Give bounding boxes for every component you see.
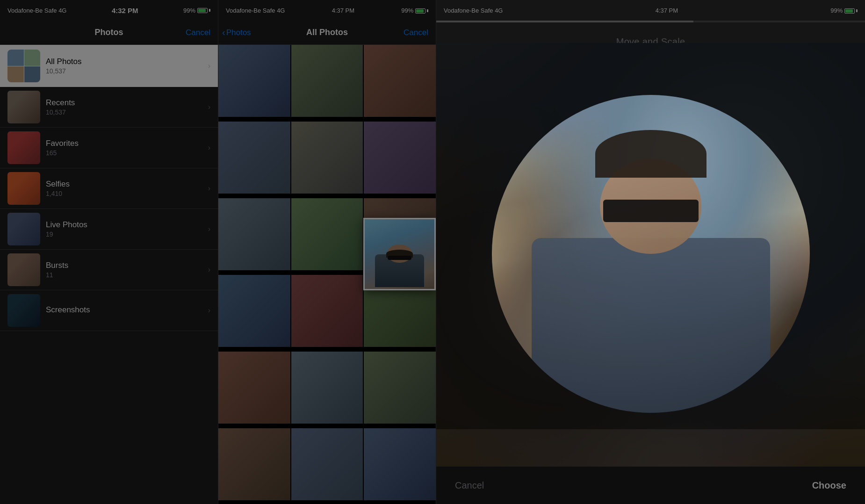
chevron-left-icon: ‹ <box>222 27 225 38</box>
bottom-bar-panel3: Cancel Choose <box>436 467 865 504</box>
grid-cell-13[interactable] <box>218 352 290 424</box>
battery-panel1: 99% <box>183 7 210 14</box>
grid-cell-17[interactable] <box>291 428 363 500</box>
panel-photos-list: Vodafone-Be Safe 4G 4:32 PM 99% Photos C… <box>0 0 218 504</box>
album-row-livephotos[interactable]: Live Photos 19 › <box>0 209 218 250</box>
cancel-button-panel1[interactable]: Cancel <box>186 28 210 37</box>
status-bar-panel3: Vodafone-Be Safe 4G 4:37 PM 99% <box>436 0 865 21</box>
choose-button-panel3[interactable]: Choose <box>812 480 846 491</box>
album-count-recents: 10,537 <box>46 108 202 116</box>
page-title-panel2: All Photos <box>306 28 348 37</box>
grid-cell-10[interactable] <box>218 275 290 347</box>
chevron-selfies: › <box>208 184 210 193</box>
panel-move-scale: Vodafone-Be Safe 4G 4:37 PM 99% Move and… <box>436 0 865 504</box>
photo-grid[interactable] <box>218 45 436 504</box>
album-count-bursts: 11 <box>46 271 202 279</box>
carrier-panel2: Vodafone-Be Safe 4G <box>226 7 285 14</box>
album-title-favorites: Favorites <box>46 139 202 148</box>
page-title-panel1: Photos <box>95 28 123 37</box>
album-title-screenshots: Screenshots <box>46 305 202 315</box>
time-panel3: 4:37 PM <box>656 7 678 14</box>
album-thumb-screenshots <box>7 294 40 327</box>
grid-cell-18[interactable] <box>364 428 436 500</box>
album-title-recents: Recents <box>46 98 202 108</box>
battery-panel2: 99% <box>401 7 428 14</box>
album-row-selfies[interactable]: Selfies 1,410 › <box>0 168 218 209</box>
cancel-button-panel3[interactable]: Cancel <box>455 480 484 491</box>
battery-icon-panel1 <box>197 8 210 13</box>
grid-cell-5[interactable] <box>291 122 363 194</box>
chevron-favorites: › <box>208 144 210 152</box>
selected-photo[interactable] <box>363 218 436 290</box>
all-photos-row[interactable]: All Photos 10,537 › <box>0 45 218 87</box>
album-row-screenshots[interactable]: Screenshots › <box>0 290 218 331</box>
cancel-button-panel2[interactable]: Cancel <box>404 28 428 37</box>
grid-cell-16[interactable] <box>218 428 290 500</box>
chevron-recents: › <box>208 103 210 111</box>
album-count-favorites: 165 <box>46 149 202 157</box>
grid-cell-14[interactable] <box>291 352 363 424</box>
grid-cell-3[interactable] <box>364 45 436 117</box>
album-thumb-livephotos <box>7 213 40 245</box>
album-count-livephotos: 19 <box>46 230 202 238</box>
chevron-screenshots: › <box>208 306 210 315</box>
battery-panel3: 99% <box>830 7 858 14</box>
status-bar-panel1: Vodafone-Be Safe 4G 4:32 PM 99% <box>0 0 218 21</box>
album-title-bursts: Bursts <box>46 261 202 270</box>
album-row-bursts[interactable]: Bursts 11 › <box>0 250 218 290</box>
nav-header-panel2: ‹ Photos All Photos Cancel <box>218 21 436 45</box>
album-count-selfies: 1,410 <box>46 190 202 197</box>
chevron-bursts: › <box>208 266 210 274</box>
album-thumb-selfies <box>7 172 40 205</box>
grid-cell-2[interactable] <box>291 45 363 117</box>
album-thumb-favorites <box>7 131 40 164</box>
grid-cell-4[interactable] <box>218 122 290 194</box>
all-photos-text: All Photos 10,537 <box>46 57 202 75</box>
albums-list: Recents 10,537 › Favorites 165 › Selfies… <box>0 87 218 504</box>
battery-icon-panel3 <box>844 8 858 14</box>
panel-all-photos: Vodafone-Be Safe 4G 4:37 PM 99% ‹ Photos… <box>218 0 436 504</box>
time-panel1: 4:32 PM <box>112 7 138 14</box>
album-title-selfies: Selfies <box>46 180 202 189</box>
album-row-favorites[interactable]: Favorites 165 › <box>0 128 218 168</box>
nav-header-panel1: Photos Cancel <box>0 21 218 45</box>
grid-cell-8[interactable] <box>291 198 363 270</box>
album-title-livephotos: Live Photos <box>46 220 202 230</box>
carrier-panel1: Vodafone-Be Safe 4G <box>7 7 66 14</box>
battery-icon-panel2 <box>415 8 428 14</box>
grid-cell-15[interactable] <box>364 352 436 424</box>
album-row-recents[interactable]: Recents 10,537 › <box>0 87 218 128</box>
album-thumb-bursts <box>7 253 40 286</box>
chevron-livephotos: › <box>208 225 210 233</box>
circle-crop-area[interactable] <box>492 95 810 413</box>
all-photos-count: 10,537 <box>46 67 202 75</box>
album-thumb-recents <box>7 91 40 123</box>
all-photos-title: All Photos <box>46 57 202 66</box>
all-photos-thumbnail <box>7 50 40 82</box>
move-scale-content[interactable]: Move and Scale <box>436 22 865 467</box>
status-bar-panel2: Vodafone-Be Safe 4G 4:37 PM 99% <box>218 0 436 21</box>
carrier-panel3: Vodafone-Be Safe 4G <box>444 7 503 14</box>
time-panel2: 4:37 PM <box>332 7 354 14</box>
grid-cell-6[interactable] <box>364 122 436 194</box>
all-photos-chevron: › <box>208 62 210 70</box>
grid-cell-7[interactable] <box>218 198 290 270</box>
grid-cell-1[interactable] <box>218 45 290 117</box>
back-button-panel2[interactable]: ‹ Photos <box>222 27 251 38</box>
back-label-panel2: Photos <box>226 28 251 37</box>
grid-cell-11[interactable] <box>291 275 363 347</box>
